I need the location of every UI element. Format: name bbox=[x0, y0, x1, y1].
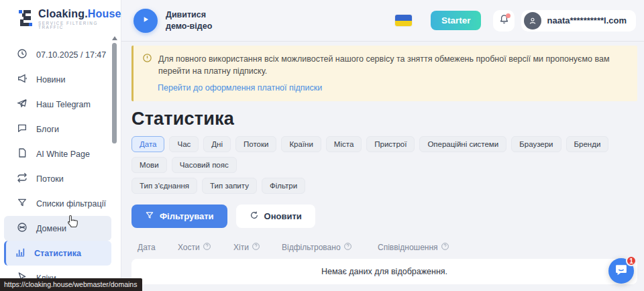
tab-date[interactable]: Дата bbox=[131, 136, 164, 152]
filter-button[interactable]: Фільтрувати bbox=[131, 205, 227, 228]
refresh-icon bbox=[250, 211, 259, 222]
tab-filters[interactable]: Фільтри bbox=[262, 178, 305, 194]
tab-cities[interactable]: Міста bbox=[326, 136, 362, 152]
play-demo-button[interactable] bbox=[133, 9, 158, 33]
language-flag-ukraine[interactable] bbox=[395, 15, 412, 26]
repeat-icon bbox=[17, 172, 28, 185]
funnel-icon bbox=[17, 197, 28, 210]
link-preview-statusbar: https://cloaking.house/webmaster/domains bbox=[0, 278, 142, 291]
refresh-button[interactable]: Оновити bbox=[236, 205, 315, 228]
plan-badge-starter[interactable]: Starter bbox=[431, 11, 482, 30]
sidebar-item-domains[interactable]: Домени bbox=[4, 216, 111, 241]
sidebar-item-filter-lists[interactable]: Списки фільтрації bbox=[4, 191, 111, 216]
logo-text: Cloaking.House SERVICE FILTERING TRAFFIC bbox=[38, 9, 121, 30]
table-empty-state: Немає даних для відображення. bbox=[131, 259, 637, 284]
filter-funnel-icon bbox=[145, 211, 154, 222]
logo[interactable]: Cloaking.House SERVICE FILTERING TRAFFIC bbox=[0, 0, 121, 37]
table-header-row: Дата Хости Хіти Відфільтровано Співвідно… bbox=[131, 236, 637, 259]
column-header-ratio: Співвідношення bbox=[378, 242, 449, 253]
sidebar-item-statistics[interactable]: Статистика bbox=[4, 241, 111, 266]
sidebar-item-ai-white-page[interactable]: AI White Page bbox=[4, 141, 111, 166]
sidebar-item-label: Статистика bbox=[34, 249, 81, 258]
help-icon[interactable] bbox=[441, 242, 449, 253]
tab-operating-systems[interactable]: Операційні системи bbox=[419, 136, 506, 152]
sidebar-scrollbar[interactable] bbox=[111, 36, 119, 290]
chat-widget-icon bbox=[614, 263, 628, 279]
clock-icon bbox=[17, 48, 28, 61]
user-account-button[interactable]: naata**********l.com bbox=[521, 10, 636, 32]
mouse-cursor bbox=[67, 215, 78, 231]
alert-icon bbox=[142, 53, 152, 77]
sidebar-nav: 07.10.2025 / 17:47 Новини Наш Telegram Б… bbox=[0, 42, 121, 290]
help-icon[interactable] bbox=[203, 242, 211, 253]
trial-warning-banner: Для повного використання всіх можливосте… bbox=[131, 46, 637, 101]
avatar bbox=[524, 12, 541, 30]
play-icon bbox=[141, 15, 150, 27]
sidebar-item-label: Блоги bbox=[36, 125, 59, 134]
chat-unread-badge: 1 bbox=[626, 255, 637, 266]
stats-tabs-row-2: Тип з'єднання Тип запиту Фільтри bbox=[131, 178, 637, 194]
scroll-up-arrow[interactable] bbox=[112, 36, 117, 40]
subscribe-link[interactable]: Перейти до оформлення платної підписки bbox=[158, 83, 322, 93]
tab-devices[interactable]: Пристрої bbox=[366, 136, 415, 152]
tab-countries[interactable]: Країни bbox=[281, 136, 321, 152]
megaphone-icon bbox=[17, 73, 28, 86]
cloaking-house-logo-icon bbox=[18, 9, 33, 30]
stats-tabs-row-1: Дата Час Дні Потоки Країни Міста Пристро… bbox=[131, 136, 637, 173]
tab-request-type[interactable]: Тип запиту bbox=[202, 178, 257, 194]
sidebar-item-streams[interactable]: Потоки bbox=[4, 166, 111, 191]
sidebar-item-label: AI White Page bbox=[36, 150, 90, 159]
main-area: Дивитися демо-відео Starter naata*******… bbox=[121, 0, 644, 291]
chat-bubble-icon bbox=[17, 123, 28, 135]
flag-yellow-stripe bbox=[395, 21, 412, 27]
sidebar-item-label: Новини bbox=[36, 75, 66, 84]
sidebar-item-telegram[interactable]: Наш Telegram bbox=[4, 92, 111, 117]
globe-icon bbox=[17, 222, 28, 235]
sidebar-item-label: Списки фільтрації bbox=[36, 199, 106, 209]
sidebar-item-label: Наш Telegram bbox=[36, 100, 91, 109]
column-header-hits: Хіти bbox=[233, 242, 282, 253]
bar-chart-icon bbox=[15, 247, 25, 259]
scrollbar-thumb[interactable] bbox=[112, 43, 117, 143]
watch-demo-label[interactable]: Дивитися демо-відео bbox=[166, 9, 212, 32]
flag-blue-stripe bbox=[395, 15, 412, 21]
chat-widget-button[interactable]: 1 bbox=[608, 258, 634, 284]
column-header-date: Дата bbox=[138, 243, 178, 252]
user-email: naata**********l.com bbox=[547, 15, 627, 25]
telegram-icon bbox=[17, 98, 28, 111]
page-title: Статистика bbox=[131, 109, 644, 129]
notifications-button[interactable] bbox=[493, 10, 515, 32]
stats-table: Дата Хости Хіти Відфільтровано Співвідно… bbox=[131, 236, 637, 284]
topbar: Дивитися демо-відео Starter naata*******… bbox=[121, 0, 644, 42]
logo-tagline: SERVICE FILTERING TRAFFIC bbox=[38, 21, 121, 30]
sidebar-item-news[interactable]: Новини bbox=[4, 67, 111, 92]
tab-languages[interactable]: Мови bbox=[131, 157, 167, 173]
tab-streams[interactable]: Потоки bbox=[235, 136, 276, 152]
sidebar-item-blogs[interactable]: Блоги bbox=[4, 117, 111, 141]
column-header-hosts: Хости bbox=[178, 242, 233, 253]
tab-connection-type[interactable]: Тип з'єднання bbox=[131, 178, 197, 194]
notification-dot bbox=[506, 13, 511, 18]
help-icon[interactable] bbox=[343, 242, 352, 253]
help-icon[interactable] bbox=[252, 242, 260, 253]
sidebar-item-label: Потоки bbox=[36, 174, 64, 184]
banner-text: Для повного використання всіх можливосте… bbox=[158, 53, 627, 77]
sidebar-item-label: 07.10.2025 / 17:47 bbox=[36, 50, 106, 60]
logo-title-accent: House bbox=[88, 8, 121, 19]
logo-title-dark: Cloaking. bbox=[38, 8, 88, 19]
page-icon bbox=[17, 148, 28, 160]
sidebar-item-label: Домени bbox=[36, 224, 66, 233]
tab-timezone[interactable]: Часовий пояс bbox=[172, 157, 237, 173]
action-buttons: Фільтрувати Оновити bbox=[131, 205, 644, 228]
sidebar: Cloaking.House SERVICE FILTERING TRAFFIC… bbox=[0, 0, 121, 291]
sidebar-item-datetime[interactable]: 07.10.2025 / 17:47 bbox=[4, 42, 111, 67]
column-header-filtered: Відфільтровано bbox=[282, 242, 378, 253]
tab-brands[interactable]: Бренди bbox=[566, 136, 609, 152]
tab-browsers[interactable]: Браузери bbox=[511, 136, 561, 152]
tab-time[interactable]: Час bbox=[169, 136, 199, 152]
tab-days[interactable]: Дні bbox=[203, 136, 231, 152]
